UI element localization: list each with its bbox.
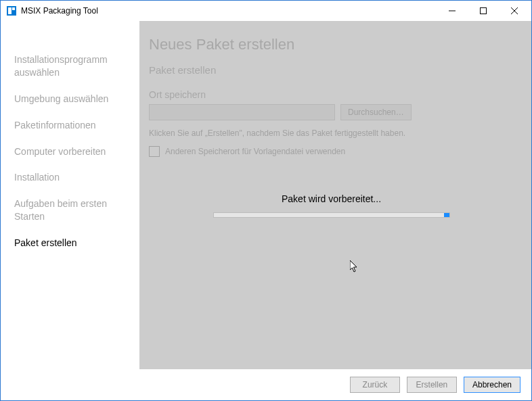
sidebar-item-first-launch-tasks[interactable]: Aufgaben beim ersten Starten bbox=[14, 197, 139, 223]
template-location-row: Anderen Speicherort für Vorlagendatei ve… bbox=[149, 146, 514, 157]
sidebar-item-installation[interactable]: Installation bbox=[14, 171, 139, 184]
sidebar: Installationsprogramm auswählen Umgebung… bbox=[1, 21, 139, 370]
progress-bar bbox=[213, 212, 450, 218]
svg-rect-1 bbox=[8, 7, 12, 14]
save-location-label: Ort speichern bbox=[149, 89, 514, 100]
page-title: Neues Paket erstellen bbox=[149, 36, 514, 53]
progress-fill bbox=[444, 213, 449, 217]
sidebar-item-create-package[interactable]: Paket erstellen bbox=[14, 237, 139, 250]
section-title: Paket erstellen bbox=[149, 64, 514, 76]
progress-label: Paket wird vorbereitet... bbox=[149, 193, 514, 204]
sidebar-item-select-installer[interactable]: Installationsprogramm auswählen bbox=[14, 53, 139, 79]
template-location-checkbox[interactable] bbox=[149, 146, 160, 157]
main-panel: Neues Paket erstellen Paket erstellen Or… bbox=[139, 21, 531, 370]
svg-rect-2 bbox=[12, 7, 15, 10]
sidebar-item-select-environment[interactable]: Umgebung auswählen bbox=[14, 93, 139, 105]
save-location-input[interactable] bbox=[149, 104, 335, 120]
browse-button[interactable]: Durchsuchen… bbox=[340, 104, 412, 120]
sidebar-item-package-info[interactable]: Paketinformationen bbox=[14, 119, 139, 132]
save-location-row: Durchsuchen… bbox=[149, 104, 514, 120]
footer: Zurück Erstellen Abbrechen bbox=[1, 369, 531, 400]
app-icon bbox=[6, 5, 17, 16]
progress-area: Paket wird vorbereitet... bbox=[149, 193, 514, 218]
template-location-label: Anderen Speicherort für Vorlagendatei ve… bbox=[165, 147, 345, 156]
back-button[interactable]: Zurück bbox=[350, 377, 400, 393]
create-button[interactable]: Erstellen bbox=[407, 377, 457, 393]
content: Installationsprogramm auswählen Umgebung… bbox=[1, 21, 531, 370]
close-button[interactable] bbox=[499, 1, 530, 20]
maximize-button[interactable] bbox=[468, 1, 499, 20]
hint-text: Klicken Sie auf „Erstellen", nachdem Sie… bbox=[149, 128, 514, 138]
window-controls bbox=[437, 1, 530, 21]
svg-rect-4 bbox=[481, 7, 487, 14]
minimize-button[interactable] bbox=[437, 1, 468, 20]
titlebar: MSIX Packaging Tool bbox=[1, 1, 531, 21]
window-title: MSIX Packaging Tool bbox=[21, 6, 437, 16]
sidebar-item-prepare-computer[interactable]: Computer vorbereiten bbox=[14, 145, 139, 158]
cancel-button[interactable]: Abbrechen bbox=[464, 377, 520, 393]
